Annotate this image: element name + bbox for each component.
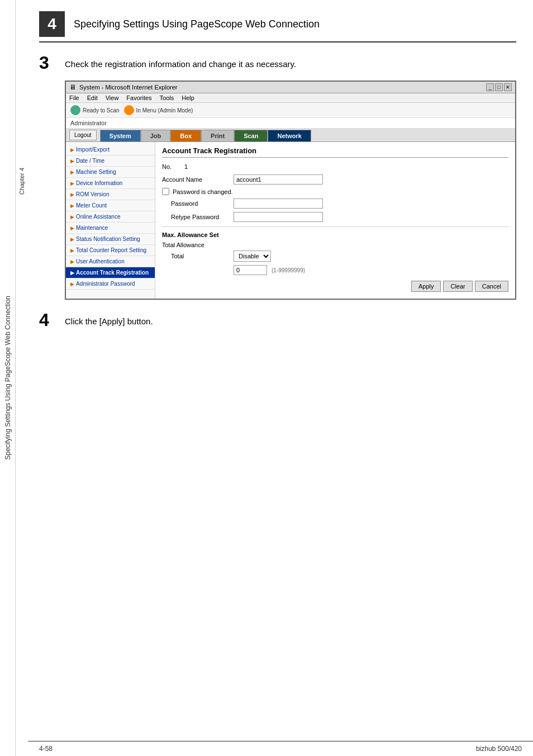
bottom-bar: 4-58 bizhub 500/420 bbox=[28, 741, 533, 756]
sidebar-item-online-assistance[interactable]: ▶ Online Assistance bbox=[66, 211, 155, 223]
apply-button[interactable]: Apply bbox=[411, 281, 441, 292]
sidebar-label: User Authentication bbox=[76, 258, 125, 264]
sidebar-item-meter-count[interactable]: ▶ Meter Count bbox=[66, 200, 155, 211]
browser-window: 🖥 System - Microsoft Internet Explorer _… bbox=[65, 81, 516, 300]
status-ready: Ready to Scan bbox=[83, 107, 120, 114]
main-content: 4 Specifying Settings Using PageScope We… bbox=[28, 0, 533, 351]
browser-controls: _ □ ✕ bbox=[486, 83, 512, 91]
tab-system[interactable]: System bbox=[100, 130, 141, 141]
chapter-number: 4 bbox=[39, 11, 65, 37]
password-input[interactable] bbox=[234, 199, 323, 209]
menu-help[interactable]: Help bbox=[182, 94, 194, 101]
close-button[interactable]: ✕ bbox=[504, 83, 512, 91]
admin-label: Administrator bbox=[70, 120, 107, 126]
sidebar-item-account-track[interactable]: ▶ Account Track Registration bbox=[66, 267, 155, 278]
sidebar-label: Online Assistance bbox=[76, 214, 121, 220]
page-number: 4-58 bbox=[39, 745, 53, 753]
sidebar-item-maintenance[interactable]: ▶ Maintenance bbox=[66, 223, 155, 234]
sidebar-label: Machine Setting bbox=[76, 169, 116, 175]
arrow-icon: ▶ bbox=[70, 192, 74, 197]
total-select[interactable]: Disable bbox=[234, 251, 271, 262]
arrow-icon: ▶ bbox=[70, 281, 74, 287]
password-row: Password bbox=[162, 199, 508, 209]
sidebar-label: Device Information bbox=[76, 180, 122, 186]
app-content: Ready to Scan In Menu (Admin Mode) Admin… bbox=[66, 103, 515, 299]
arrow-icon: ▶ bbox=[70, 203, 74, 209]
maximize-button[interactable]: □ bbox=[495, 83, 503, 91]
no-value: 1 bbox=[184, 163, 188, 170]
sidebar-item-machine-setting[interactable]: ▶ Machine Setting bbox=[66, 167, 155, 178]
sidebar-item-device-info[interactable]: ▶ Device Information bbox=[66, 178, 155, 189]
tab-job[interactable]: Job bbox=[141, 130, 171, 141]
menu-view[interactable]: View bbox=[106, 94, 119, 101]
tab-scan[interactable]: Scan bbox=[234, 130, 268, 141]
sidebar-item-import-export[interactable]: ▶ Import/Export bbox=[66, 144, 155, 155]
sidebar-item-date-time[interactable]: ▶ Date / Time bbox=[66, 155, 155, 167]
account-name-label: Account Name bbox=[162, 176, 229, 183]
panel-title: Account Track Registration bbox=[162, 147, 508, 158]
arrow-icon: ▶ bbox=[70, 214, 74, 220]
browser-titlebar: 🖥 System - Microsoft Internet Explorer _… bbox=[66, 82, 515, 93]
arrow-icon: ▶ bbox=[70, 158, 74, 164]
total-value-input[interactable] bbox=[234, 265, 267, 275]
sidebar-item-rom-version[interactable]: ▶ ROM Version bbox=[66, 189, 155, 200]
clear-button[interactable]: Clear bbox=[443, 281, 472, 292]
tab-box[interactable]: Box bbox=[170, 130, 201, 141]
password-changed-label: Password is changed. bbox=[173, 188, 233, 195]
tab-network[interactable]: Network bbox=[268, 130, 311, 141]
sidebar-label: Maintenance bbox=[76, 225, 108, 231]
app-topbar: Ready to Scan In Menu (Admin Mode) bbox=[66, 103, 515, 118]
step3-text: Check the registration information and c… bbox=[65, 54, 296, 70]
retype-password-label: Retype Password bbox=[162, 214, 229, 220]
sidebar-label: Date / Time bbox=[76, 158, 104, 164]
step4-text: Click the [Apply] button. bbox=[65, 311, 153, 327]
password-changed-row: Password is changed. bbox=[162, 188, 508, 195]
cancel-button[interactable]: Cancel bbox=[475, 281, 508, 292]
total-row: Total Disable bbox=[162, 251, 508, 262]
retype-password-input[interactable] bbox=[234, 212, 323, 222]
menu-edit[interactable]: Edit bbox=[87, 94, 98, 101]
arrow-icon: ▶ bbox=[70, 169, 74, 175]
sidebar-label: Administrator Password bbox=[76, 281, 135, 287]
minimize-button[interactable]: _ bbox=[486, 83, 494, 91]
sidebar-label: Import/Export bbox=[76, 147, 110, 153]
status-icons: Ready to Scan bbox=[70, 105, 120, 115]
admin-mode-icons: In Menu (Admin Mode) bbox=[124, 105, 193, 115]
step4-number: 4 bbox=[39, 311, 56, 329]
arrow-icon: ▶ bbox=[70, 181, 74, 186]
logout-button[interactable]: Logout bbox=[69, 130, 97, 140]
browser-menubar: File Edit View Favorites Tools Help bbox=[66, 93, 515, 103]
menu-favorites[interactable]: Favorites bbox=[126, 94, 151, 101]
menu-tools[interactable]: Tools bbox=[160, 94, 174, 101]
admin-bar: Administrator bbox=[66, 118, 515, 129]
main-panel: Account Track Registration No. 1 Account… bbox=[155, 142, 515, 299]
step3-number: 3 bbox=[39, 54, 56, 72]
admin-icon bbox=[124, 105, 134, 115]
ready-icon bbox=[70, 105, 80, 115]
sidebar-label: Total Counter Report Setting bbox=[76, 247, 146, 253]
tab-print[interactable]: Print bbox=[201, 130, 234, 141]
status-menu: In Menu (Admin Mode) bbox=[136, 107, 193, 114]
no-row: No. 1 bbox=[162, 163, 508, 170]
account-name-row: Account Name bbox=[162, 174, 508, 185]
spine-text: Specifying Settings Using PageScope Web … bbox=[4, 296, 12, 460]
page-title: Specifying Settings Using PageScope Web … bbox=[74, 18, 320, 30]
product-name: bizhub 500/420 bbox=[476, 745, 522, 753]
app-body: ▶ Import/Export ▶ Date / Time ▶ Machine … bbox=[66, 142, 515, 299]
sidebar-item-admin-password[interactable]: ▶ Administrator Password bbox=[66, 278, 155, 290]
chapter-side: Chapter 4 bbox=[16, 168, 28, 195]
sidebar: ▶ Import/Export ▶ Date / Time ▶ Machine … bbox=[66, 142, 155, 299]
browser-title: System - Microsoft Internet Explorer bbox=[79, 84, 177, 91]
sidebar-item-total-counter-report[interactable]: ▶ Total Counter Report Setting bbox=[66, 245, 155, 256]
arrow-icon: ▶ bbox=[70, 259, 74, 264]
sidebar-item-user-auth[interactable]: ▶ User Authentication bbox=[66, 256, 155, 267]
sidebar-item-status-notification[interactable]: ▶ Status Notification Setting bbox=[66, 234, 155, 245]
retype-password-row: Retype Password bbox=[162, 212, 508, 222]
arrow-icon: ▶ bbox=[70, 147, 74, 153]
account-name-input[interactable] bbox=[234, 174, 323, 185]
menu-file[interactable]: File bbox=[69, 94, 79, 101]
divider bbox=[162, 226, 508, 227]
password-changed-checkbox[interactable] bbox=[162, 188, 169, 195]
spine-label: Specifying Settings Using PageScope Web … bbox=[0, 0, 16, 756]
step3-block: 3 Check the registration information and… bbox=[39, 54, 516, 72]
